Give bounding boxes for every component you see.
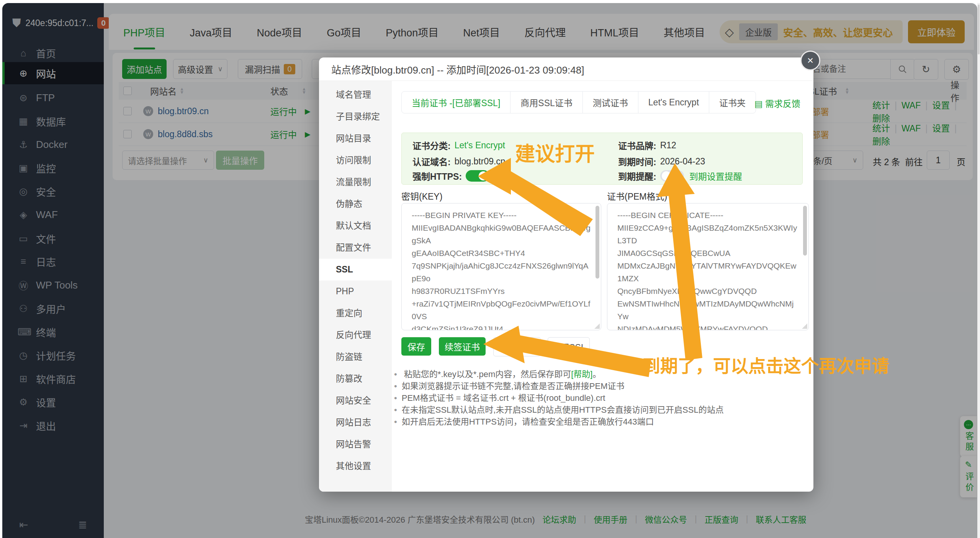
- expire-remind-row: 到期提醒: 到期设置提醒: [618, 170, 742, 182]
- key-textarea[interactable]: -----BEGIN PRIVATE KEY----- MIIEvgIBADAN…: [402, 203, 601, 330]
- cert-domain-row: 认证域名: blog.btr09.cn: [412, 155, 506, 167]
- textarea-scrollbar[interactable]: [596, 206, 599, 279]
- pem-textarea-wrap: -----BEGIN CERTIFICATE----- MIIE9zCCA9+g…: [607, 203, 809, 330]
- close-ssl-button[interactable]: 关闭SSL: [548, 337, 590, 356]
- force-https-row: 强制HTTPS:: [412, 170, 489, 182]
- modal-nav: 域名管理 子目录绑定 网站目录 访问限制 流量限制 伪静态 默认文档 配置文件 …: [319, 81, 392, 492]
- cert-expire-row: 到期时间: 2026-04-23: [618, 155, 705, 167]
- expire-remind-label: 到期提醒:: [618, 169, 656, 182]
- feedback-label: 需求反馈: [765, 99, 800, 109]
- tab-lets-encrypt[interactable]: Let's Encrypt: [638, 91, 709, 113]
- help-link[interactable]: [帮助]: [571, 369, 592, 379]
- cert-brand-label: 证书品牌:: [618, 139, 656, 152]
- modal-nav-subdir[interactable]: 子目录绑定: [319, 106, 392, 128]
- force-https-label: 强制HTTPS:: [412, 169, 462, 182]
- uninstall-cert-button[interactable]: 卸载证书: [493, 337, 541, 356]
- modal-nav-site-logs[interactable]: 网站日志: [319, 412, 392, 433]
- tab-current-cert[interactable]: 当前证书 -[已部署SSL]: [401, 91, 510, 113]
- modal-nav-other[interactable]: 其他设置: [319, 455, 392, 477]
- modal-nav-domain[interactable]: 域名管理: [319, 84, 392, 106]
- feedback-icon: ▤: [754, 99, 763, 109]
- textarea-scrollbar[interactable]: [803, 206, 807, 256]
- tip-pem-format: PEM格式证书 = 域名证书.crt + 根证书(root_bundle).cr…: [394, 391, 605, 403]
- cert-brand-value: R12: [660, 140, 676, 151]
- scrollbar-thumb[interactable]: [978, 5, 980, 54]
- expire-remind-toggle[interactable]: [660, 170, 684, 182]
- tab-commercial-ssl[interactable]: 商用SSL证书: [510, 91, 582, 113]
- modal-nav-ssl[interactable]: SSL: [319, 259, 392, 280]
- modal-nav-site-security[interactable]: 网站安全: [319, 390, 392, 412]
- resize-grip[interactable]: [594, 323, 600, 329]
- cert-domain-label: 认证域名:: [412, 155, 451, 168]
- renew-cert-button[interactable]: 续签证书: [439, 337, 486, 356]
- tab-cert-folder[interactable]: 证书夹: [709, 91, 756, 113]
- modal-nav-reverse-proxy[interactable]: 反向代理: [319, 324, 392, 346]
- screen: ⛊ 240e:95d:c01:7... 0 ⌂ 首页 ⊕ 网站 ⊜ FTP ▦ …: [0, 0, 980, 538]
- cert-expire-label: 到期时间:: [618, 155, 656, 168]
- save-button[interactable]: 保存: [401, 337, 431, 356]
- key-label: 密钥(KEY): [401, 189, 442, 202]
- toggle-knob: [479, 171, 488, 180]
- modal-title: 站点修改[blog.btr09.cn] -- 添加时间[2026-01-23 0…: [331, 62, 584, 76]
- cert-category-label: 证书分类:: [412, 139, 451, 152]
- modal-nav-sitedir[interactable]: 网站目录: [319, 128, 392, 149]
- tip-default-site: 在未指定SSL默认站点时,未开启SSL的站点使用HTTPS会直接访问到已开启SS…: [394, 403, 724, 415]
- cert-domain-value: blog.btr09.cn: [455, 156, 506, 167]
- tip-chain: 如果浏览器提示证书链不完整,请检查是否正确拼接PEM证书: [394, 379, 625, 391]
- tip-paste-key: 粘贴您的*.key以及*.pem内容，然后保存即可[帮助]。: [394, 367, 601, 379]
- cert-info-panel: 证书分类: Let's Encrypt 认证域名: blog.btr09.cn …: [401, 133, 803, 185]
- modal-nav-config[interactable]: 配置文件: [319, 237, 392, 259]
- modal-nav-tamper-proof[interactable]: 防篡改: [319, 368, 392, 390]
- close-icon[interactable]: ×: [800, 51, 820, 71]
- tab-test-cert[interactable]: 测试证书: [582, 91, 638, 113]
- modal-nav-access-limit[interactable]: 访问限制: [319, 149, 392, 171]
- modal-nav-rewrite[interactable]: 伪静态: [319, 193, 392, 215]
- modal-nav-site-alert[interactable]: 网站告警: [319, 433, 392, 455]
- toggle-knob: [662, 171, 671, 180]
- feedback-link[interactable]: ▤ 需求反馈: [754, 97, 800, 110]
- cert-brand-row: 证书品牌: R12: [618, 139, 676, 151]
- cert-category-row: 证书分类: Let's Encrypt: [412, 139, 505, 151]
- ssl-tab-bar: 当前证书 -[已部署SSL] 商用SSL证书 测试证书 Let's Encryp…: [401, 91, 756, 113]
- key-textarea-wrap: -----BEGIN PRIVATE KEY----- MIIEvgIBADAN…: [401, 203, 601, 330]
- modal-title-bar: 站点修改[blog.btr09.cn] -- 添加时间[2026-01-23 0…: [319, 57, 813, 81]
- expire-remind-link[interactable]: 到期设置提醒: [689, 169, 742, 182]
- pem-textarea[interactable]: -----BEGIN CERTIFICATE----- MIIE9zCCA9+g…: [607, 203, 808, 330]
- modal-nav-traffic-limit[interactable]: 流量限制: [319, 171, 392, 193]
- modal-nav-php[interactable]: PHP: [319, 280, 392, 302]
- modal-nav-default-doc[interactable]: 默认文档: [319, 215, 392, 237]
- cert-expire-value: 2026-04-23: [660, 156, 705, 167]
- browser-scrollbar[interactable]: [977, 3, 980, 538]
- resize-grip[interactable]: [802, 323, 807, 329]
- force-https-toggle[interactable]: [466, 170, 489, 182]
- site-edit-modal: × 站点修改[blog.btr09.cn] -- 添加时间[2026-01-23…: [319, 57, 813, 492]
- tip-443-port: 如开启后无法使用HTTPS访问，请检查安全组是否正确放行443端口: [394, 415, 654, 427]
- pem-label: 证书(PEM格式): [607, 189, 667, 202]
- cert-category-value: Let's Encrypt: [455, 140, 505, 151]
- modal-nav-hotlink[interactable]: 防盗链: [319, 346, 392, 368]
- modal-nav-redirect[interactable]: 重定向: [319, 302, 392, 324]
